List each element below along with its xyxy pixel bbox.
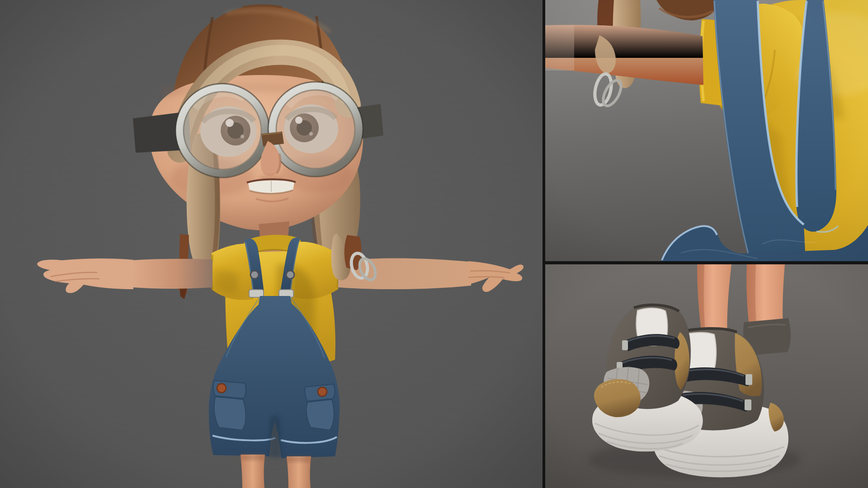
panel-back-detail — [545, 0, 868, 261]
panel-shoes-detail — [545, 264, 868, 488]
vignette — [545, 264, 868, 488]
back-detail-render — [545, 0, 868, 261]
vignette — [0, 0, 542, 488]
panel-front-view — [0, 0, 542, 488]
shoes-detail-render — [545, 264, 868, 488]
vignette — [545, 0, 868, 261]
render-collage — [0, 0, 868, 488]
front-view-render — [0, 0, 542, 488]
